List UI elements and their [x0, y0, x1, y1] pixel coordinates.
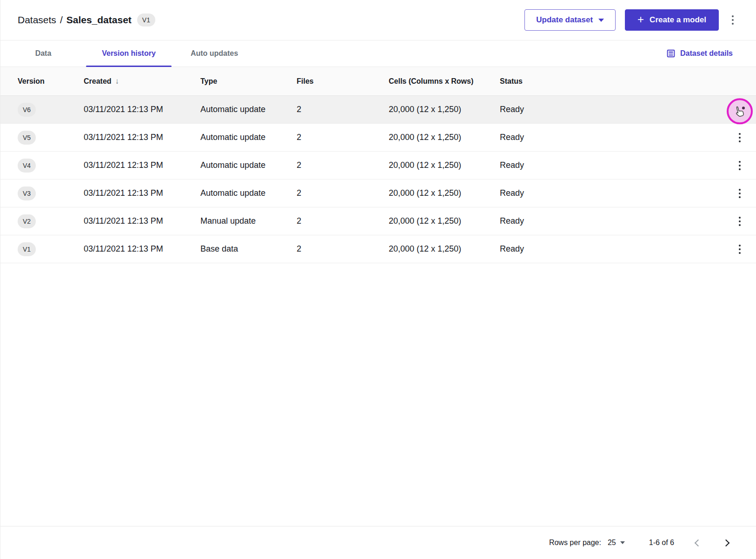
created-cell: 03/11/2021 12:13 PM	[84, 133, 200, 142]
col-header-created-label: Created	[84, 77, 112, 86]
content-spacer	[0, 263, 756, 526]
files-cell: 2	[297, 133, 389, 142]
table-row[interactable]: V1 03/11/2021 12:13 PM Base data 2 20,00…	[0, 235, 756, 263]
cells-cell: 20,000 (12 x 1,250)	[389, 188, 500, 198]
cells-cell: 20,000 (12 x 1,250)	[389, 133, 500, 142]
rows-per-page-select[interactable]: 25	[608, 539, 625, 547]
create-model-label: Create a model	[650, 15, 706, 25]
pager	[690, 535, 734, 551]
created-cell: 03/11/2021 12:13 PM	[84, 160, 200, 170]
dataset-details-link[interactable]: Dataset details	[666, 40, 733, 67]
click-dot	[742, 106, 745, 109]
sort-descending-icon: ↓	[115, 77, 119, 86]
page-range-text: 1-6 of 6	[649, 539, 674, 547]
type-cell: Base data	[200, 244, 297, 254]
table-row[interactable]: V6 03/11/2021 12:13 PM Automatic update …	[0, 96, 756, 124]
type-cell: Automatic update	[200, 133, 297, 142]
tab-data[interactable]: Data	[0, 40, 86, 67]
version-badge: V1	[18, 242, 36, 256]
type-cell: Automatic update	[200, 160, 297, 170]
cells-cell: 20,000 (12 x 1,250)	[389, 216, 500, 226]
status-cell: Ready	[500, 160, 723, 170]
next-page-button[interactable]	[718, 535, 734, 551]
type-cell: Automatic update	[200, 188, 297, 198]
files-cell: 2	[297, 216, 389, 226]
top-header: Datasets / Sales_dataset V1 Update datas…	[0, 0, 756, 40]
row-kebab-menu-icon[interactable]	[735, 158, 744, 173]
table-row[interactable]: V2 03/11/2021 12:13 PM Manual update 2 2…	[0, 207, 756, 235]
status-cell: Ready	[500, 244, 723, 254]
created-cell: 03/11/2021 12:13 PM	[84, 244, 200, 254]
cells-cell: 20,000 (12 x 1,250)	[389, 244, 500, 254]
chevron-right-icon	[722, 539, 729, 546]
rows-per-page: Rows per page: 25	[549, 539, 625, 547]
chevron-down-icon	[598, 19, 604, 22]
version-badge: V4	[18, 159, 36, 173]
chevron-down-icon	[620, 541, 625, 544]
files-cell: 2	[297, 105, 389, 114]
chevron-left-icon	[694, 539, 702, 546]
version-badge: V2	[18, 214, 36, 228]
created-cell: 03/11/2021 12:13 PM	[84, 105, 200, 114]
cells-cell: 20,000 (12 x 1,250)	[389, 105, 500, 114]
rows-per-page-value: 25	[608, 539, 616, 547]
col-header-status: Status	[500, 77, 723, 86]
table-header: Version Created ↓ Type Files Cells (Colu…	[0, 67, 756, 96]
version-badge: V6	[18, 103, 36, 117]
row-kebab-menu-icon[interactable]	[735, 214, 744, 229]
page: Datasets / Sales_dataset V1 Update datas…	[0, 0, 756, 559]
breadcrumb-separator: /	[60, 14, 63, 26]
type-cell: Automatic update	[200, 105, 297, 114]
col-header-version: Version	[18, 77, 84, 86]
row-kebab-menu-icon[interactable]	[735, 242, 744, 257]
pagination-footer: Rows per page: 25 1-6 of 6	[0, 526, 756, 559]
version-badge: V3	[18, 186, 36, 200]
status-cell: Ready	[500, 105, 723, 114]
created-cell: 03/11/2021 12:13 PM	[84, 216, 200, 226]
table-row[interactable]: V4 03/11/2021 12:13 PM Automatic update …	[0, 152, 756, 180]
status-cell: Ready	[500, 216, 723, 226]
header-actions: Update dataset + Create a model	[524, 9, 737, 31]
page-title: Sales_dataset	[66, 14, 132, 26]
table-body: V6 03/11/2021 12:13 PM Automatic update …	[0, 96, 756, 263]
files-cell: 2	[297, 188, 389, 198]
type-cell: Manual update	[200, 216, 297, 226]
dataset-details-label: Dataset details	[680, 49, 733, 58]
document-icon	[666, 49, 676, 58]
rows-per-page-label: Rows per page:	[549, 539, 601, 547]
cells-cell: 20,000 (12 x 1,250)	[389, 160, 500, 170]
dataset-version-badge: V1	[137, 13, 155, 27]
files-cell: 2	[297, 160, 389, 170]
hand-cursor-icon	[731, 103, 748, 120]
create-model-button[interactable]: + Create a model	[625, 9, 719, 31]
files-cell: 2	[297, 244, 389, 254]
row-kebab-menu-icon[interactable]	[735, 186, 744, 201]
table-row[interactable]: V3 03/11/2021 12:13 PM Automatic update …	[0, 180, 756, 207]
breadcrumb: Datasets / Sales_dataset V1	[18, 13, 155, 27]
col-header-type: Type	[200, 77, 297, 86]
col-header-files: Files	[297, 77, 389, 86]
tab-version-history[interactable]: Version history	[86, 40, 172, 67]
previous-page-button[interactable]	[690, 535, 706, 551]
plus-icon: +	[637, 14, 644, 25]
breadcrumb-datasets-link[interactable]: Datasets	[18, 14, 56, 26]
click-highlight-annotation	[727, 98, 753, 124]
update-dataset-label: Update dataset	[536, 15, 593, 25]
version-badge: V5	[18, 131, 36, 145]
table-row[interactable]: V5 03/11/2021 12:13 PM Automatic update …	[0, 124, 756, 152]
status-cell: Ready	[500, 133, 723, 142]
col-header-cells: Cells (Columns x Rows)	[389, 77, 500, 86]
header-kebab-menu-icon[interactable]	[728, 13, 737, 27]
status-cell: Ready	[500, 188, 723, 198]
tab-bar: Data Version history Auto updates Datase…	[0, 40, 756, 67]
row-kebab-menu-icon[interactable]	[735, 130, 744, 145]
col-header-created[interactable]: Created ↓	[84, 77, 200, 86]
update-dataset-button[interactable]: Update dataset	[524, 9, 616, 31]
created-cell: 03/11/2021 12:13 PM	[84, 188, 200, 198]
tab-auto-updates[interactable]: Auto updates	[172, 40, 257, 67]
